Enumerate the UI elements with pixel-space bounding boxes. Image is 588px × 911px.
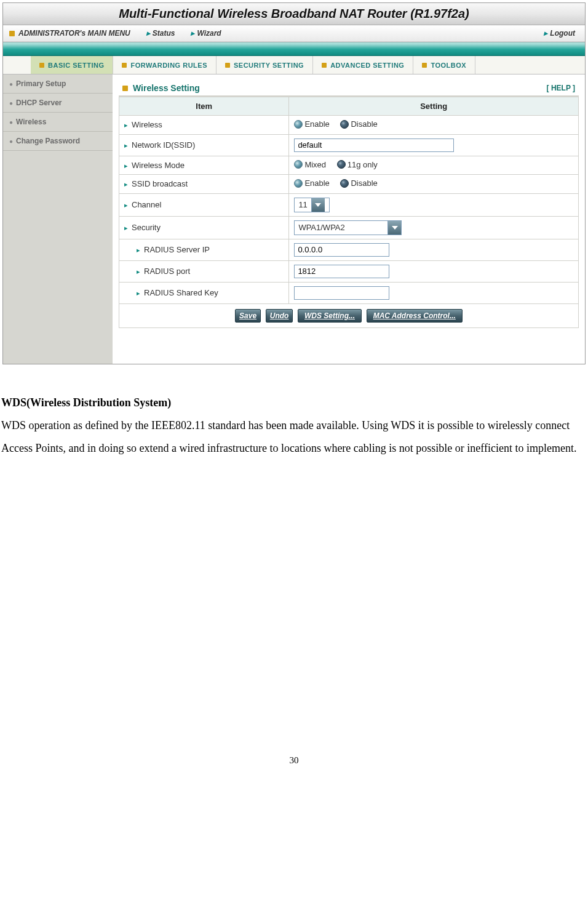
item-label: Security (132, 223, 161, 232)
menu-left: ADMINISTRATOR's MAIN MENU ▸ Status ▸ Wiz… (3, 29, 531, 38)
chevron-right-icon: ▸ (146, 29, 150, 38)
tab-advanced-setting[interactable]: ADVANCED SETTING (313, 56, 413, 74)
menu-logout[interactable]: Logout (550, 29, 575, 38)
menu-status[interactable]: Status (153, 29, 175, 38)
chevron-right-icon: ▸ (124, 224, 128, 231)
setting-cell (289, 282, 579, 303)
setting-cell (289, 260, 579, 282)
bullet-icon: ● (9, 100, 13, 106)
col-item-header: Item (119, 97, 289, 116)
title-bar: Multi-Functional Wireless Broadband NAT … (3, 3, 585, 25)
tab-bar: BASIC SETTING FORWARDING RULES SECURITY … (3, 56, 585, 74)
item-wireless-mode: ▸Wireless Mode (119, 156, 289, 175)
item-label: RADIUS port (144, 267, 190, 276)
app-title: Multi-Functional Wireless Broadband NAT … (119, 7, 469, 20)
tab-label: ADVANCED SETTING (330, 62, 404, 69)
chevron-down-icon (387, 221, 401, 235)
sidebar-item-wireless[interactable]: ●Wireless (3, 113, 113, 132)
setting-cell: 11 (289, 193, 579, 216)
table-row: ▸Wireless Mode Mixed 11g only (119, 156, 579, 175)
radius-key-input[interactable] (294, 286, 389, 300)
table-row: ▸RADIUS Server IP (119, 239, 579, 260)
bullet-icon (122, 63, 127, 68)
chevron-right-icon: ▸ (124, 180, 128, 188)
router-admin-frame: Multi-Functional Wireless Broadband NAT … (2, 2, 586, 364)
radio-label: Enable (304, 179, 329, 188)
sidebar-item-change-password[interactable]: ●Change Password (3, 132, 113, 151)
chevron-right-icon: ▸ (137, 246, 140, 254)
table-row: ▸SSID broadcast Enable Disable (119, 175, 579, 194)
radio-mode-11g[interactable]: 11g only (337, 160, 378, 169)
sidebar-item-label: DHCP Server (16, 98, 62, 107)
item-channel: ▸Channel (119, 193, 289, 216)
undo-button[interactable]: Undo (266, 309, 293, 323)
channel-select[interactable]: 11 (294, 198, 330, 212)
menu-logout-wrap: ▸ Logout (531, 29, 579, 38)
panel-title: Wireless Setting (133, 83, 200, 93)
item-label: RADIUS Shared Key (144, 288, 218, 297)
radius-ip-input[interactable] (294, 243, 389, 257)
sidebar-item-label: Wireless (16, 118, 46, 126)
table-row: ▸Wireless Enable Disable (119, 116, 579, 135)
item-radius-port: ▸RADIUS port (119, 260, 289, 282)
button-row: Save Undo WDS Setting... MAC Address Con… (119, 304, 579, 328)
wds-setting-button[interactable]: WDS Setting... (298, 309, 362, 323)
radio-label: Enable (304, 119, 329, 129)
sidebar-item-label: Change Password (16, 137, 80, 145)
tab-label: FORWARDING RULES (130, 62, 207, 69)
radio-icon (294, 179, 303, 188)
bullet-icon: ● (9, 138, 13, 145)
spacer (119, 328, 579, 358)
doc-heading: WDS(Wireless Distribution System) (1, 391, 587, 414)
tab-toolbox[interactable]: TOOLBOX (413, 56, 475, 74)
item-label: Wireless Mode (132, 161, 185, 170)
radio-icon (294, 120, 303, 129)
radio-broadcast-disable[interactable]: Disable (340, 179, 377, 188)
bullet-icon (225, 63, 230, 68)
mac-address-control-button[interactable]: MAC Address Control... (367, 309, 463, 323)
help-link[interactable]: [ HELP ] (547, 84, 575, 92)
setting-cell (289, 239, 579, 260)
bullet-icon (122, 86, 128, 91)
radio-label: 11g only (348, 160, 378, 169)
radio-label: Disable (351, 119, 377, 129)
menu-wizard[interactable]: Wizard (197, 29, 221, 38)
radio-label: Mixed (304, 160, 326, 169)
radio-mode-mixed[interactable]: Mixed (294, 160, 326, 169)
panel-title-row: Wireless Setting [ HELP ] (119, 81, 579, 97)
bullet-icon (39, 63, 44, 68)
sidebar-item-dhcp-server[interactable]: ●DHCP Server (3, 94, 113, 113)
sidebar-item-primary-setup[interactable]: ●Primary Setup (3, 74, 113, 94)
radio-wireless-disable[interactable]: Disable (340, 119, 377, 129)
item-label: SSID broadcast (132, 179, 188, 188)
item-label: Network ID(SSID) (132, 140, 195, 150)
sidebar-item-label: Primary Setup (16, 79, 66, 88)
setting-cell (289, 134, 579, 156)
setting-cell: Mixed 11g only (289, 156, 579, 175)
ssid-input[interactable] (294, 138, 454, 152)
save-button[interactable]: Save (235, 309, 261, 323)
main-menu-label: ADMINISTRATOR's MAIN MENU (18, 29, 130, 38)
bullet-icon (322, 63, 327, 68)
bullet-icon: ● (9, 119, 13, 126)
chevron-right-icon: ▸ (137, 289, 140, 297)
tab-label: SECURITY SETTING (234, 62, 304, 69)
tab-basic-setting[interactable]: BASIC SETTING (31, 56, 113, 74)
setting-cell: WPA1/WPA2 (289, 216, 579, 239)
chevron-right-icon: ▸ (124, 201, 128, 209)
radius-port-input[interactable] (294, 265, 389, 278)
table-row: ▸Network ID(SSID) (119, 134, 579, 156)
chevron-right-icon: ▸ (124, 121, 128, 129)
table-row: ▸RADIUS port (119, 260, 579, 282)
chevron-right-icon: ▸ (124, 142, 128, 149)
item-label: Wireless (132, 120, 162, 129)
radio-wireless-enable[interactable]: Enable (294, 119, 329, 129)
chevron-right-icon: ▸ (191, 29, 194, 38)
tab-forwarding-rules[interactable]: FORWARDING RULES (113, 56, 217, 74)
bullet-icon: ● (9, 81, 13, 87)
select-value: WPA1/WPA2 (295, 222, 387, 233)
security-select[interactable]: WPA1/WPA2 (294, 220, 402, 235)
radio-broadcast-enable[interactable]: Enable (294, 179, 329, 188)
tab-security-setting[interactable]: SECURITY SETTING (217, 56, 313, 74)
body-area: ●Primary Setup ●DHCP Server ●Wireless ●C… (3, 74, 585, 364)
